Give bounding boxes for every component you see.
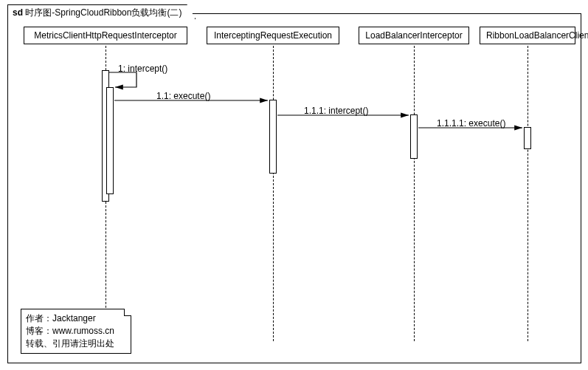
participant-2: InterceptingRequestExecution xyxy=(207,27,339,44)
message-2-label: 1.1: execute() xyxy=(156,91,210,101)
note-line-3: 转载、引用请注明出处 xyxy=(26,338,123,350)
frame-label: sd 时序图-SpringCloudRibbon负载均衡(二) xyxy=(7,4,196,19)
message-3-label: 1.1.1: intercept() xyxy=(304,106,368,116)
lifeline-2 xyxy=(273,46,274,341)
author-note: 作者：Jacktanger 博客：www.rumoss.cn 转载、引用请注明出… xyxy=(21,309,131,354)
message-1-label: 1: intercept() xyxy=(118,64,167,74)
note-line-1: 作者：Jacktanger xyxy=(26,312,123,325)
activation-p3 xyxy=(410,114,418,159)
frame-title: 时序图-SpringCloudRibbon负载均衡(二) xyxy=(25,7,181,18)
lifeline-3 xyxy=(414,46,415,341)
participant-3: LoadBalancerInterceptor xyxy=(359,27,469,44)
frame-prefix: sd xyxy=(13,7,23,18)
participant-1-label: MetricsClientHttpRequestInterceptor xyxy=(34,30,176,41)
note-line-2: 博客：www.rumoss.cn xyxy=(26,325,123,338)
participant-3-label: LoadBalancerInterceptor xyxy=(365,30,462,41)
participant-1: MetricsClientHttpRequestInterceptor xyxy=(24,27,187,44)
sequence-diagram: sd 时序图-SpringCloudRibbon负载均衡(二) MetricsC… xyxy=(0,0,588,370)
participant-4: RibbonLoadBalancerClient xyxy=(480,27,575,44)
activation-p2 xyxy=(269,100,277,174)
lifeline-4 xyxy=(528,46,528,341)
activation-p4 xyxy=(524,127,531,149)
participant-2-label: InterceptingRequestExecution xyxy=(214,30,332,41)
message-4-label: 1.1.1.1: execute() xyxy=(437,118,505,129)
participant-4-label: RibbonLoadBalancerClient xyxy=(486,30,588,41)
note-fold-icon xyxy=(124,309,131,316)
activation-p1-inner xyxy=(106,87,114,194)
